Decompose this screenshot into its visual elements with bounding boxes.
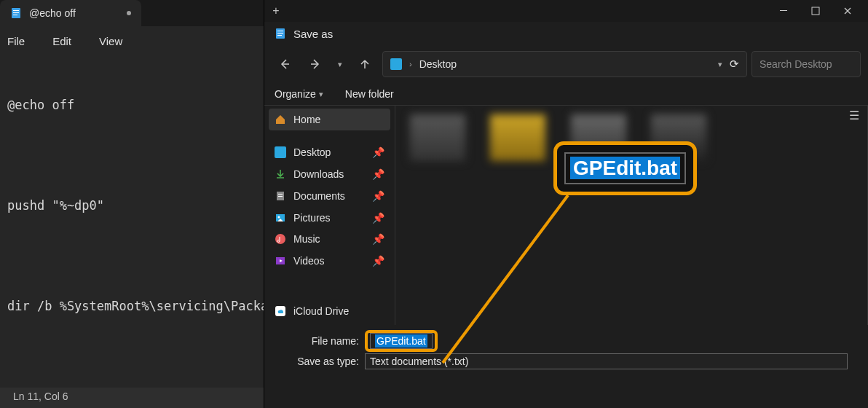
dialog-title: Save as (293, 28, 333, 40)
search-input[interactable]: Search Desktop (751, 51, 861, 77)
callout-filename-zoom: GPEdit.bat (553, 141, 697, 195)
svg-rect-3 (13, 15, 17, 15)
editor-line (7, 348, 256, 365)
tab-echo-off[interactable]: @echo off (0, 0, 141, 26)
sidebar-item-music[interactable]: Music 📌 (269, 228, 390, 250)
save-as-dialog: + Save as ▾ › Desktop ▾ ⟳ Search Desktop… (264, 0, 868, 408)
svg-point-15 (275, 234, 285, 244)
svg-rect-9 (277, 35, 282, 36)
forward-button[interactable] (302, 51, 328, 77)
unsaved-dot-icon (127, 11, 131, 15)
editor-line: pushd "%~dp0" (7, 197, 256, 214)
svg-rect-11 (278, 194, 283, 195)
file-view[interactable] (395, 106, 868, 325)
savetype-select[interactable]: Text documents (*.txt) (365, 353, 848, 369)
sidebar-item-icloud[interactable]: iCloud Drive (269, 300, 390, 322)
desktop-icon (390, 58, 402, 70)
minimize-button[interactable] (768, 0, 800, 22)
sidebar-item-videos[interactable]: Videos 📌 (269, 250, 390, 272)
svg-rect-2 (13, 12, 19, 13)
breadcrumb[interactable]: Desktop (419, 58, 457, 70)
editor-line: @echo off (7, 97, 256, 114)
savetype-value: Text documents (*.txt) (370, 356, 468, 367)
refresh-button[interactable]: ⟳ (730, 58, 739, 71)
filename-input[interactable]: GPEdit.bat (370, 333, 433, 349)
svg-point-14 (278, 216, 280, 218)
new-tab-button[interactable]: + (264, 0, 288, 22)
pin-icon: 📌 (372, 212, 384, 224)
sidebar-item-downloads[interactable]: Downloads 📌 (269, 163, 390, 185)
svg-rect-4 (780, 10, 787, 11)
editor-line: dir /b %SystemRoot%\servicing\Packa (7, 298, 256, 315)
search-placeholder: Search Desktop (760, 58, 832, 70)
cursor-position: Ln 11, Col 6 (13, 391, 68, 402)
download-icon (275, 168, 286, 180)
dialog-body: Home Desktop 📌 Downloads 📌 Documents 📌 P… (264, 105, 868, 325)
file-thumbnail[interactable] (410, 114, 465, 161)
highlight-filename: GPEdit.bat (365, 330, 438, 352)
menu-edit[interactable]: Edit (52, 35, 71, 47)
callout-text: GPEdit.bat (570, 157, 680, 179)
titlebar: + (264, 0, 868, 22)
toolbar: Organize▾ New folder (264, 83, 868, 105)
svg-rect-8 (277, 33, 283, 34)
pin-icon: 📌 (372, 168, 384, 180)
tab-strip: @echo off (0, 0, 264, 26)
chevron-down-icon[interactable]: ▾ (718, 60, 722, 69)
pin-icon: 📌 (372, 233, 384, 245)
address-bar[interactable]: › Desktop ▾ ⟳ (382, 51, 747, 77)
music-icon (275, 233, 286, 245)
chevron-right-icon: › (409, 60, 412, 68)
tab-title: @echo off (29, 7, 76, 19)
desktop-icon (275, 146, 286, 158)
maximize-button[interactable] (800, 0, 832, 22)
menu-file[interactable]: File (7, 35, 25, 47)
editor[interactable]: @echo off pushd "%~dp0" dir /b %SystemRo… (0, 56, 264, 408)
sidebar-item-desktop[interactable]: Desktop 📌 (269, 142, 390, 164)
save-fields: File name: GPEdit.bat Save as type: Text… (264, 325, 868, 377)
status-bar: Ln 11, Col 6 (0, 388, 264, 408)
filename-value: GPEdit.bat (375, 334, 427, 348)
notepad-icon (10, 7, 22, 19)
cloud-icon (275, 305, 286, 317)
menubar: File Edit View (0, 26, 264, 56)
home-icon (275, 114, 286, 125)
up-button[interactable] (352, 51, 378, 77)
sidebar-item-home[interactable]: Home (269, 109, 390, 130)
pin-icon: 📌 (372, 255, 384, 267)
menu-view[interactable]: View (99, 35, 122, 47)
sidebar: Home Desktop 📌 Downloads 📌 Documents 📌 P… (264, 106, 395, 325)
sidebar-item-documents[interactable]: Documents 📌 (269, 185, 390, 207)
notepad-icon (275, 28, 286, 39)
svg-rect-12 (278, 196, 283, 197)
new-folder-button[interactable]: New folder (345, 88, 394, 100)
organize-menu[interactable]: Organize▾ (275, 88, 323, 100)
pin-icon: 📌 (372, 190, 384, 202)
filename-label: File name: (285, 335, 365, 347)
svg-rect-7 (277, 31, 283, 31)
dialog-caption: Save as (264, 22, 868, 45)
recent-dropdown[interactable]: ▾ (333, 51, 347, 77)
close-button[interactable] (832, 0, 864, 22)
file-thumbnail[interactable] (490, 114, 545, 161)
document-icon (275, 190, 286, 202)
videos-icon (275, 255, 286, 267)
notepad-window: @echo off File Edit View @echo off pushd… (0, 0, 264, 408)
nav-row: ▾ › Desktop ▾ ⟳ Search Desktop (264, 45, 868, 83)
savetype-label: Save as type: (285, 356, 365, 367)
sidebar-item-pictures[interactable]: Pictures 📌 (269, 207, 390, 229)
pictures-icon (275, 212, 286, 224)
editor-line (7, 147, 256, 164)
editor-line (7, 248, 256, 264)
svg-rect-5 (812, 7, 819, 15)
back-button[interactable] (272, 51, 298, 77)
pin-icon: 📌 (372, 146, 384, 158)
svg-rect-1 (13, 10, 19, 11)
